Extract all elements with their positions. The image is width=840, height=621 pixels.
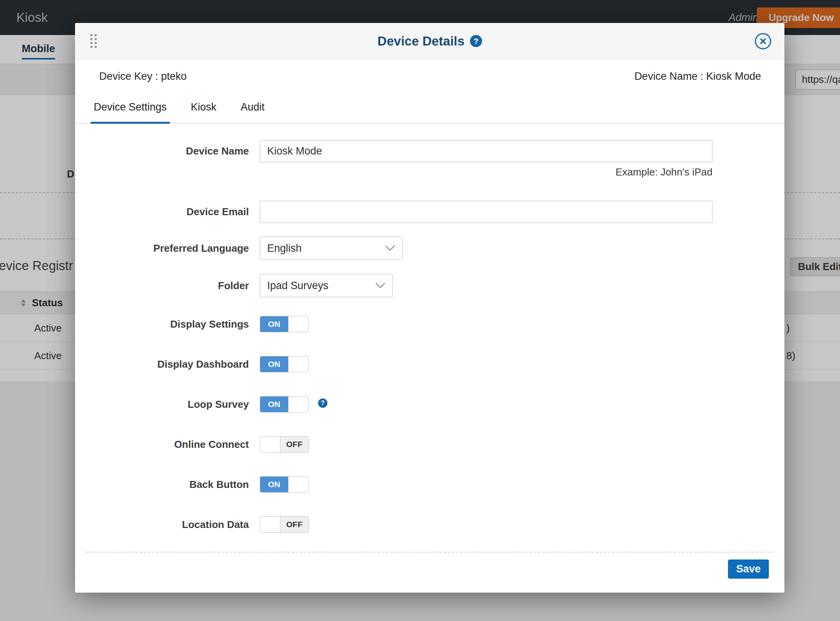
chevron-down-icon [375,282,385,289]
display-settings-row: Display Settings ON [75,316,784,332]
folder-row: Folder Ipad Surveys [75,274,784,297]
chevron-down-icon [385,245,395,251]
folder-value: Ipad Surveys [267,280,329,292]
loop-survey-help-icon[interactable]: ? [318,398,327,408]
device-key-label: Device Key : pteko [99,70,187,82]
loop-survey-toggle[interactable]: ON [260,396,309,412]
tab-device-settings[interactable]: Device Settings [91,96,170,124]
folder-field-label: Folder [75,274,249,297]
drag-handle-icon[interactable] [89,33,98,49]
modal-footer: Save [75,553,784,579]
back-button-label: Back Button [75,476,249,493]
close-icon[interactable] [755,33,771,49]
back-button-toggle[interactable]: ON [260,476,309,493]
online-connect-row: Online Connect OFF [75,436,784,453]
location-data-toggle[interactable]: OFF [260,516,309,533]
display-dashboard-label: Display Dashboard [75,356,249,372]
modal-title: Device Details [378,34,465,49]
location-data-label: Location Data [75,516,249,533]
toggle-handle [260,517,280,532]
device-email-field-label: Device Email [75,201,249,223]
loop-survey-row: Loop Survey ON ? [75,396,784,412]
toggle-handle [260,437,280,452]
device-name-row: Device Name Example: John's iPad [75,140,784,178]
online-connect-label: Online Connect [75,436,249,453]
preferred-language-field-label: Preferred Language [75,237,249,260]
modal-subheader: Device Key : pteko Device Name : Kiosk M… [75,60,784,82]
display-dashboard-toggle[interactable]: ON [260,356,309,372]
toggle-handle [288,316,308,332]
toggle-handle [288,356,308,372]
display-dashboard-row: Display Dashboard ON [75,356,784,372]
online-connect-toggle[interactable]: OFF [260,436,309,453]
device-name-field-label: Device Name [75,140,249,162]
tab-audit[interactable]: Audit [238,96,268,124]
save-button[interactable]: Save [728,560,769,579]
location-data-row: Location Data OFF [75,516,784,533]
back-button-row: Back Button ON [75,476,784,493]
modal-header: Device Details ? [75,23,784,60]
device-name-input[interactable] [260,140,712,162]
help-icon[interactable]: ? [470,35,482,47]
loop-survey-label: Loop Survey [75,396,249,412]
toggle-handle [288,477,308,492]
device-name-helper: Example: John's iPad [260,166,712,178]
device-details-modal: Device Details ? Device Key : pteko Devi… [75,23,784,593]
display-settings-toggle[interactable]: ON [260,316,309,332]
preferred-language-select[interactable]: English [260,237,402,260]
preferred-language-value: English [267,242,302,254]
device-name-label: Device Name : Kiosk Mode [634,70,761,82]
device-email-input[interactable] [260,201,712,223]
tab-kiosk[interactable]: Kiosk [188,96,220,124]
preferred-language-row: Preferred Language English [75,237,784,260]
display-settings-label: Display Settings [75,316,249,332]
modal-tabs: Device Settings Kiosk Audit [75,96,784,124]
toggle-handle [288,396,308,412]
folder-select[interactable]: Ipad Surveys [260,274,393,297]
device-email-row: Device Email [75,201,784,223]
